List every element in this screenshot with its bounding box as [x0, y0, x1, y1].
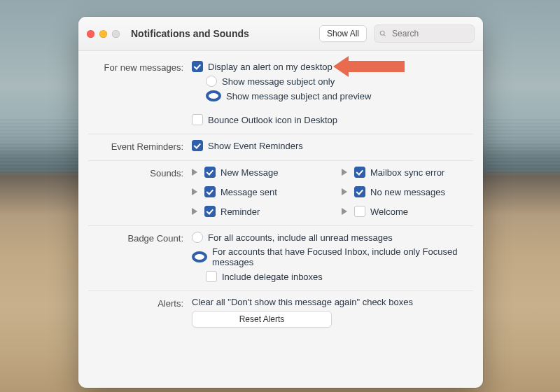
text-sound-welcome: Welcome: [370, 206, 408, 217]
checkbox-display-alert[interactable]: [192, 61, 203, 72]
close-window-button[interactable]: [87, 30, 94, 38]
option-subject-preview[interactable]: Show message subject and preview: [206, 90, 473, 102]
option-subject-only[interactable]: Show message subject only: [206, 76, 473, 87]
label-sounds: Sounds:: [88, 167, 192, 217]
sound-new-message[interactable]: New Message: [192, 167, 323, 178]
play-icon[interactable]: [342, 208, 347, 215]
show-all-button[interactable]: Show All: [319, 25, 367, 42]
sound-welcome[interactable]: Welcome: [342, 206, 473, 217]
checkbox-sound-mailbox-sync-error[interactable]: [354, 167, 365, 178]
sound-reminder[interactable]: Reminder: [192, 206, 323, 217]
option-include-delegate[interactable]: Include delegate inboxes: [206, 271, 473, 282]
text-show-event-reminders: Show Event Reminders: [208, 141, 303, 151]
window-controls: [87, 30, 120, 38]
play-icon[interactable]: [192, 188, 197, 195]
window-toolbar: Notifications and Sounds Show All: [78, 17, 483, 51]
text-include-delegate: Include delegate inboxes: [222, 272, 323, 282]
option-badge-focused[interactable]: For accounts that have Focused Inbox, in…: [192, 246, 473, 267]
reset-alerts-button[interactable]: Reset Alerts: [192, 311, 332, 328]
section-sounds: Sounds: New Message Mailbox syn: [88, 161, 473, 226]
checkbox-include-delegate[interactable]: [206, 271, 217, 282]
text-badge-all-accounts: For all accounts, include all unread mes…: [208, 232, 393, 243]
section-badge-count: Badge Count: For all accounts, include a…: [88, 226, 473, 291]
radio-subject-only[interactable]: [206, 76, 217, 87]
section-alerts: Alerts: Clear all "Don't show this messa…: [88, 291, 473, 336]
play-icon[interactable]: [192, 169, 197, 176]
option-display-alert[interactable]: Display an alert on my desktop: [192, 61, 473, 72]
radio-badge-focused[interactable]: [192, 251, 207, 262]
text-sound-no-new-messages: No new messages: [370, 187, 445, 197]
label-event-reminders: Event Reminders:: [88, 140, 192, 152]
preferences-window: Notifications and Sounds Show All For ne…: [78, 17, 483, 388]
text-sound-new-message: New Message: [220, 167, 278, 178]
search-input[interactable]: [391, 28, 469, 39]
window-title: Notifications and Sounds: [131, 28, 249, 39]
svg-point-0: [380, 31, 384, 35]
text-clear-alerts: Clear all "Don't show this message again…: [192, 297, 473, 307]
text-bounce-icon: Bounce Outlook icon in Desktop: [208, 115, 337, 125]
search-icon: [379, 29, 386, 38]
desktop-background: Notifications and Sounds Show All For ne…: [0, 0, 560, 392]
text-subject-preview: Show message subject and preview: [226, 91, 371, 102]
radio-subject-preview[interactable]: [206, 90, 221, 102]
sound-message-sent[interactable]: Message sent: [192, 186, 323, 197]
option-bounce-icon[interactable]: Bounce Outlook icon in Desktop: [192, 114, 473, 125]
checkbox-show-event-reminders[interactable]: [192, 140, 203, 151]
section-for-new-messages: For new messages: Display an alert on my…: [88, 55, 473, 134]
checkbox-sound-new-message[interactable]: [204, 167, 216, 178]
svg-line-1: [384, 34, 385, 36]
checkbox-bounce-icon[interactable]: [192, 114, 203, 125]
label-for-new-messages: For new messages:: [88, 61, 192, 125]
preferences-content: For new messages: Display an alert on my…: [78, 51, 483, 346]
text-display-alert: Display an alert on my desktop: [208, 62, 332, 72]
play-icon[interactable]: [192, 208, 197, 215]
label-alerts: Alerts:: [88, 297, 192, 328]
option-badge-all-accounts[interactable]: For all accounts, include all unread mes…: [192, 232, 473, 243]
radio-badge-all-accounts[interactable]: [192, 232, 203, 243]
text-badge-focused: For accounts that have Focused Inbox, in…: [212, 246, 473, 267]
sound-mailbox-sync-error[interactable]: Mailbox sync error: [342, 167, 473, 178]
zoom-window-button[interactable]: [112, 30, 120, 38]
play-icon[interactable]: [342, 188, 347, 195]
text-sound-reminder: Reminder: [220, 206, 260, 217]
checkbox-sound-reminder[interactable]: [204, 206, 216, 217]
checkbox-sound-no-new-messages[interactable]: [354, 186, 365, 197]
option-show-event-reminders[interactable]: Show Event Reminders: [192, 140, 473, 151]
sound-no-new-messages[interactable]: No new messages: [342, 186, 473, 197]
section-event-reminders: Event Reminders: Show Event Reminders: [88, 134, 473, 161]
minimize-window-button[interactable]: [99, 30, 107, 38]
checkbox-sound-welcome[interactable]: [354, 206, 365, 217]
text-sound-mailbox-sync-error: Mailbox sync error: [370, 167, 444, 178]
label-badge-count: Badge Count:: [88, 232, 192, 282]
search-field[interactable]: [374, 24, 475, 43]
text-sound-message-sent: Message sent: [220, 187, 277, 197]
checkbox-sound-message-sent[interactable]: [204, 186, 216, 197]
play-icon[interactable]: [342, 169, 347, 176]
text-subject-only: Show message subject only: [222, 76, 335, 87]
